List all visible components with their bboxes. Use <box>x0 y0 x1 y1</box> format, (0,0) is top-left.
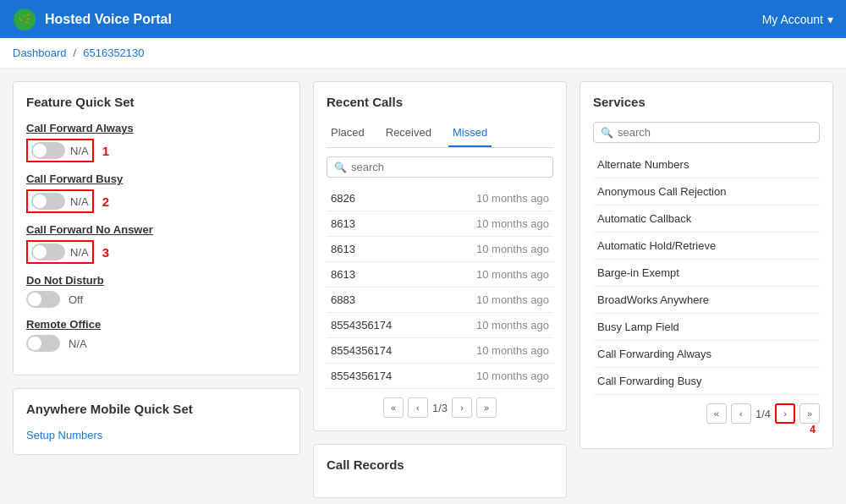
call-row: 8613 10 months ago <box>327 211 553 237</box>
header: 🌿 Hosted Voice Portal My Account ▾ <box>0 0 846 38</box>
feature-label-remote-office: Remote Office <box>26 318 287 331</box>
feature-value-do-not-disturb: Off <box>69 293 83 306</box>
feature-remote-office: Remote Office N/A <box>26 318 287 352</box>
call-row: 8554356174 10 months ago <box>327 364 553 389</box>
feature-value-remote-office: N/A <box>69 337 87 350</box>
feature-control-call-forward-no-answer: N/A 3 <box>26 240 287 264</box>
pagination-last[interactable]: » <box>476 397 497 418</box>
call-row: 8554356174 10 months ago <box>327 338 553 364</box>
call-records-panel: Call Records <box>313 444 567 498</box>
call-time: 10 months ago <box>476 344 549 357</box>
call-time: 10 months ago <box>476 243 549 255</box>
service-item-barge-in-exempt[interactable]: Barge-in Exempt <box>593 260 820 287</box>
service-item-busy-lamp-field[interactable]: Busy Lamp Field <box>593 314 820 341</box>
pagination-next[interactable]: › <box>452 397 472 418</box>
pagination-first[interactable]: « <box>383 397 404 418</box>
call-number: 8554356174 <box>331 344 392 357</box>
services-pagination-next[interactable]: › <box>775 403 795 424</box>
toggle-do-not-disturb[interactable] <box>26 291 60 308</box>
services-pagination-prev[interactable]: ‹ <box>731 403 751 424</box>
feature-label-do-not-disturb: Do Not Disturb <box>26 274 287 287</box>
call-row: 8554356174 10 months ago <box>327 313 553 338</box>
pagination-page-info: 1/3 <box>432 402 448 414</box>
feature-value-call-forward-no-answer: N/A <box>70 246 89 259</box>
chevron-down-icon: ▾ <box>827 13 833 26</box>
feature-call-forward-always: Call Forward Always N/A 1 <box>26 122 287 162</box>
tab-placed[interactable]: Placed <box>327 122 369 147</box>
services-pagination: « ‹ 1/4 › » <box>593 403 820 424</box>
feature-control-do-not-disturb: Off <box>26 291 287 308</box>
feature-value-call-forward-always: N/A <box>70 145 89 157</box>
call-time: 10 months ago <box>476 217 549 230</box>
call-time: 10 months ago <box>476 370 549 382</box>
service-item-call-forwarding-always[interactable]: Call Forwarding Always <box>593 341 820 368</box>
pagination-prev[interactable]: ‹ <box>408 397 428 418</box>
service-item-automatic-hold-retrieve[interactable]: Automatic Hold/Retrieve <box>593 233 820 260</box>
main-content: Feature Quick Set Call Forward Always N/… <box>0 68 846 504</box>
services-search-box: 🔍 <box>593 122 820 143</box>
annotation-1: 1 <box>102 144 109 158</box>
call-row: 6826 10 months ago <box>327 186 553 211</box>
feature-label-call-forward-busy: Call Forward Busy <box>26 173 287 185</box>
feature-control-remote-office: N/A <box>26 335 287 352</box>
recent-calls-pagination: « ‹ 1/3 › » <box>327 397 553 418</box>
call-number: 8554356174 <box>331 319 392 331</box>
anywhere-mobile-quick-set-title: Anywhere Mobile Quick Set <box>26 402 287 416</box>
feature-label-call-forward-no-answer: Call Forward No Answer <box>26 223 287 236</box>
service-item-automatic-callback[interactable]: Automatic Callback <box>593 205 820 233</box>
service-item-anonymous-call-rejection[interactable]: Anonymous Call Rejection <box>593 178 820 205</box>
toggle-call-forward-busy[interactable] <box>31 193 65 210</box>
feature-quick-set-title: Feature Quick Set <box>26 95 287 109</box>
svg-text:🌿: 🌿 <box>18 13 33 27</box>
call-time: 10 months ago <box>476 293 549 306</box>
recent-calls-search-input[interactable] <box>351 161 546 173</box>
toggle-call-forward-always[interactable] <box>31 142 65 159</box>
feature-call-forward-no-answer: Call Forward No Answer N/A 3 <box>26 223 287 264</box>
toggle-remote-office[interactable] <box>26 335 60 352</box>
service-list: Alternate Numbers Anonymous Call Rejecti… <box>593 151 820 395</box>
call-number: 8613 <box>331 217 355 230</box>
services-panel: Services 🔍 Alternate Numbers Anonymous C… <box>580 81 833 449</box>
call-number: 8613 <box>331 268 355 281</box>
search-icon: 🔍 <box>601 127 613 139</box>
breadcrumb-dashboard[interactable]: Dashboard <box>13 47 67 59</box>
feature-do-not-disturb: Do Not Disturb Off <box>26 274 287 308</box>
setup-numbers-link[interactable]: Setup Numbers <box>26 429 102 441</box>
app-title: Hosted Voice Portal <box>45 12 172 27</box>
service-item-alternate-numbers[interactable]: Alternate Numbers <box>593 151 820 178</box>
left-column: Feature Quick Set Call Forward Always N/… <box>13 81 300 498</box>
toggle-call-forward-no-answer[interactable] <box>31 244 65 260</box>
call-list: 6826 10 months ago 8613 10 months ago 86… <box>327 186 553 389</box>
annotation-2: 2 <box>102 194 109 209</box>
middle-column: Recent Calls Placed Received Missed 🔍 68… <box>313 81 567 498</box>
services-pagination-first[interactable]: « <box>706 403 727 424</box>
services-search-input[interactable] <box>618 126 812 139</box>
call-number: 6826 <box>331 192 355 205</box>
right-column: Services 🔍 Alternate Numbers Anonymous C… <box>580 81 833 498</box>
services-pagination-last[interactable]: » <box>799 403 820 424</box>
call-row: 6883 10 months ago <box>327 288 553 313</box>
tab-missed[interactable]: Missed <box>448 122 492 147</box>
breadcrumb-phone[interactable]: 6516352130 <box>83 47 144 59</box>
service-item-call-forwarding-busy[interactable]: Call Forwarding Busy <box>593 368 820 395</box>
call-time: 10 months ago <box>476 268 549 281</box>
logo-icon: 🌿 <box>13 8 36 31</box>
feature-label-call-forward-always: Call Forward Always <box>26 122 287 134</box>
tab-received[interactable]: Received <box>382 122 436 147</box>
breadcrumb-separator: / <box>74 47 77 59</box>
account-menu[interactable]: My Account ▾ <box>762 13 833 26</box>
call-number: 6883 <box>331 293 355 306</box>
feature-value-call-forward-busy: N/A <box>70 195 89 208</box>
call-row: 8613 10 months ago <box>327 262 553 288</box>
anywhere-mobile-quick-set-panel: Anywhere Mobile Quick Set Setup Numbers <box>13 388 300 455</box>
call-number: 8613 <box>331 243 355 255</box>
feature-quick-set-panel: Feature Quick Set Call Forward Always N/… <box>13 81 300 375</box>
call-row: 8613 10 months ago <box>327 237 553 262</box>
recent-calls-search-box: 🔍 <box>327 156 553 178</box>
breadcrumb: Dashboard / 6516352130 <box>0 38 846 68</box>
feature-control-call-forward-always: N/A 1 <box>26 139 287 162</box>
service-item-broadworks-anywhere[interactable]: BroadWorks Anywhere <box>593 287 820 314</box>
recent-calls-title: Recent Calls <box>327 95 553 109</box>
annotation-4: 4 <box>593 424 820 436</box>
search-icon: 🔍 <box>334 162 347 173</box>
